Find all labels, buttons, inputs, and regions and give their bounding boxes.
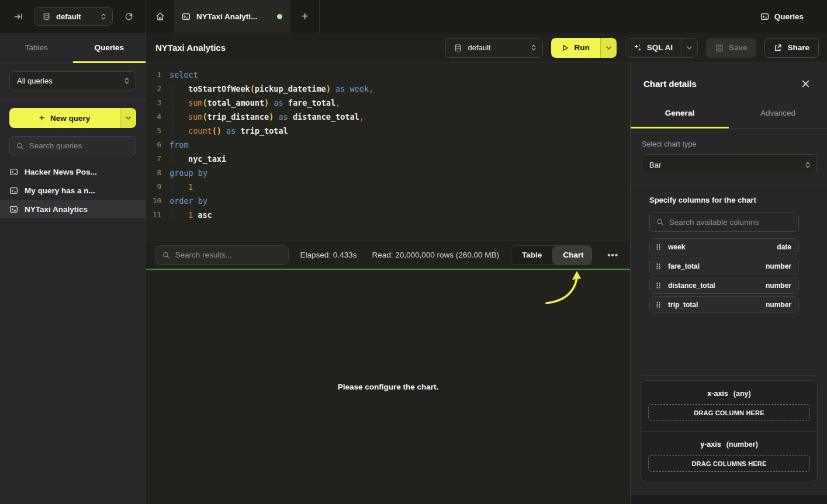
axis-config-box: x-axis (any) DRAG COLUMN HERE y-axis (nu…: [641, 380, 818, 482]
new-query-button[interactable]: + New query: [9, 108, 136, 128]
sidebar-tabs: Tables Queries: [0, 33, 146, 63]
query-toolbar: NYTaxi Analytics default: [146, 33, 827, 63]
results-toolbar: Elapsed: 0.433s Read: 20,000,000 rows (2…: [146, 241, 630, 269]
sidebar-query-item[interactable]: NYTaxi Analytics: [0, 200, 146, 218]
column-name: week: [668, 243, 685, 251]
sidebar-tab-queries[interactable]: Queries: [73, 33, 146, 62]
search-columns-input[interactable]: [669, 218, 792, 227]
home-button[interactable]: [146, 0, 174, 33]
chart-type-select[interactable]: Bar: [642, 154, 817, 175]
tab-nytaxi-analytics[interactable]: NYTaxi Analyti...: [174, 0, 290, 33]
y-axis-label-row: y-axis (number): [648, 440, 810, 449]
queries-nav-button[interactable]: Queries: [760, 0, 827, 33]
code-content: 1: [169, 180, 193, 194]
x-axis-drop-zone[interactable]: DRAG COLUMN HERE: [648, 404, 810, 421]
code-content: nyc_taxi: [169, 152, 226, 166]
column-item[interactable]: trip_totalnumber: [649, 296, 799, 313]
toolbar-actions: default Run: [445, 38, 819, 58]
new-tab-button[interactable]: +: [290, 0, 320, 33]
page-title: NYTaxi Analytics: [155, 43, 226, 53]
panel-spacer: [631, 313, 827, 376]
queries-nav-label: Queries: [774, 12, 804, 21]
column-item[interactable]: distance_totalnumber: [649, 277, 799, 294]
code-line: 8group by: [146, 166, 630, 180]
code-line: 3sum(total_amount) as fare_total,: [146, 96, 630, 110]
chart-empty-message: Please configure the chart.: [338, 383, 439, 391]
panel-tab-advanced[interactable]: Advanced: [729, 98, 827, 128]
query-filter-select[interactable]: All queries: [9, 71, 136, 91]
search-columns-box: [649, 212, 799, 232]
query-filter-value: All queries: [17, 77, 53, 85]
y-axis-label: y-axis: [700, 440, 721, 449]
x-axis-label-row: x-axis (any): [648, 390, 810, 398]
panel-header: Chart details: [631, 63, 827, 98]
code-line: 7nyc_taxi: [146, 152, 630, 166]
run-database-value: default: [468, 43, 490, 52]
save-button[interactable]: Save: [706, 38, 757, 58]
refresh-icon[interactable]: [121, 9, 136, 24]
share-button[interactable]: Share: [764, 38, 819, 58]
x-axis-constraint: (any): [733, 390, 751, 398]
sql-ai-button[interactable]: SQL AI: [625, 38, 698, 58]
run-database-selector[interactable]: default: [445, 38, 543, 58]
run-button-main[interactable]: Run: [551, 38, 600, 58]
view-tab-table[interactable]: Table: [511, 246, 552, 265]
code-content: select: [169, 68, 198, 82]
code-content: count() as trip_total: [169, 124, 288, 138]
y-axis-drop-zone[interactable]: DRAG COLUMNS HERE: [648, 455, 810, 472]
line-number: 2: [146, 82, 161, 96]
chart-type-section: Select chart type Bar: [631, 128, 827, 186]
run-dropdown[interactable]: [600, 38, 617, 58]
column-item[interactable]: weekdate: [649, 238, 799, 255]
chevron-updown-icon: [531, 44, 537, 51]
chevron-updown-icon: [805, 161, 811, 169]
column-item[interactable]: fare_totalnumber: [649, 258, 799, 274]
tab-strip: NYTaxi Analyti... +: [146, 0, 320, 33]
sidebar-query-item[interactable]: Hacker News Pos...: [0, 162, 146, 181]
sidebar: Tables Queries All queries + New query: [0, 33, 146, 504]
divider: [641, 376, 817, 376]
chart-type-label: Select chart type: [642, 140, 817, 148]
code-content: sum(total_amount) as fare_total,: [169, 96, 340, 110]
code-line: 2toStartOfWeek(pickup_datetime) as week,: [146, 82, 630, 96]
search-icon: [16, 142, 23, 150]
x-axis-section: x-axis (any) DRAG COLUMN HERE: [641, 381, 817, 431]
line-number: 6: [146, 138, 161, 152]
sql-editor[interactable]: 1select2toStartOfWeek(pickup_datetime) a…: [146, 63, 630, 241]
line-number: 11: [146, 208, 161, 222]
column-type: number: [766, 262, 791, 270]
play-icon: [562, 44, 569, 51]
code-line: 1select: [146, 68, 630, 82]
more-options-icon[interactable]: •••: [604, 250, 622, 260]
collapse-sidebar-icon[interactable]: [11, 9, 26, 24]
close-icon[interactable]: [802, 80, 809, 88]
search-queries-input[interactable]: [29, 141, 129, 150]
annotation-arrow: [529, 270, 585, 312]
sql-ai-main[interactable]: SQL AI: [625, 39, 681, 57]
query-item-label: NYTaxi Analytics: [25, 205, 88, 214]
new-query-label: New query: [50, 114, 90, 123]
search-results-input[interactable]: [175, 251, 282, 259]
chevron-updown-icon: [124, 77, 130, 85]
code-line: 91: [146, 180, 630, 194]
chevron-down-icon: [606, 46, 611, 50]
content-split: 1select2toStartOfWeek(pickup_datetime) a…: [146, 63, 827, 504]
database-selector[interactable]: default: [34, 7, 113, 26]
code-content: order by: [169, 194, 207, 208]
new-query-main[interactable]: + New query: [9, 108, 120, 128]
view-tab-chart[interactable]: Chart: [552, 246, 592, 265]
panel-tab-general[interactable]: General: [631, 98, 729, 128]
topbar-left-cluster: default: [0, 0, 146, 33]
database-icon: [453, 43, 462, 53]
panel-footer: [631, 495, 827, 504]
sidebar-query-item[interactable]: My query has a n...: [0, 181, 146, 200]
chart-canvas: Please configure the chart.: [146, 270, 630, 504]
columns-section: Specify columns for the chart weekdatefa…: [631, 186, 827, 313]
new-query-dropdown[interactable]: [120, 108, 136, 128]
line-number: 4: [146, 110, 161, 124]
run-button[interactable]: Run: [551, 38, 616, 58]
sql-ai-dropdown[interactable]: [681, 39, 697, 57]
y-axis-section: y-axis (number) DRAG COLUMNS HERE: [641, 431, 817, 482]
drag-handle-icon: [656, 244, 661, 251]
sidebar-tab-tables[interactable]: Tables: [0, 33, 73, 62]
